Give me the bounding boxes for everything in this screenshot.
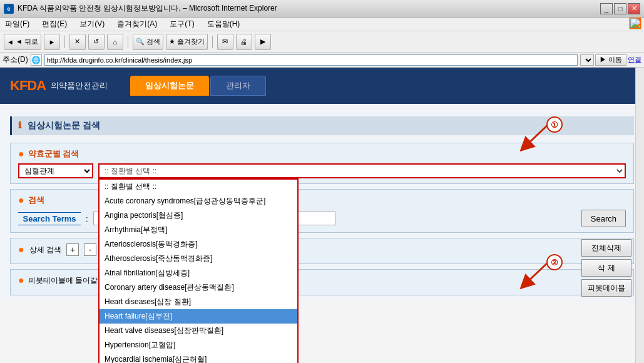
browser-content: KFDA 의약품안전관리 임상시험논문 관리자 ℹ 임상시험논문 검색 ● 약효… (0, 68, 644, 363)
address-label: 주소(D) (3, 54, 28, 65)
dd-item-7[interactable]: Coronary artery disease[관상동맥질환] (100, 280, 297, 295)
annotation-circle-1: ① (546, 116, 563, 133)
menu-tools[interactable]: 도구(T) (167, 18, 197, 31)
mail-button[interactable]: ✉ (217, 34, 233, 50)
content-area: ℹ 임상시험논문 검색 ● 약효군별 검색 심혈관계 :: 질환별 선택 :: (0, 110, 644, 302)
delete-button[interactable]: 삭 제 (581, 259, 631, 277)
forward-arrow-icon: ► (48, 38, 55, 46)
pivot-table-label: 피봇데이블 (588, 283, 625, 294)
bullet-icon-3: ● (18, 244, 24, 255)
media-icon: ▶ (260, 38, 265, 46)
home-button[interactable]: ⌂ (107, 34, 123, 50)
dd-item-3[interactable]: Arrhythmia[부정맥] (100, 223, 297, 237)
bullet-icon-4: ● (18, 275, 24, 286)
delete-all-button[interactable]: 전체삭제 (581, 239, 631, 257)
favorites-label: 즐겨찾기 (177, 37, 205, 46)
disease-dropdown[interactable]: :: 질환별 선택 :: Acute coronary syndromes[급성… (98, 178, 299, 363)
delete-all-label: 전체삭제 (591, 243, 621, 253)
toolbar: ◄ ◄ 뒤로 ► ✕ ↺ ⌂ 🔍 검색 ★ 즐겨찾기 ✉ 🖨 ▶ (0, 31, 644, 53)
windows-logo-icon (629, 17, 641, 29)
refresh-button[interactable]: ↺ (88, 34, 105, 50)
dd-item-4[interactable]: Arteriosclerosis[동맥경화증] (100, 237, 297, 252)
stop-icon: ✕ (74, 38, 80, 46)
advanced-label: 상세 검색 (29, 245, 61, 255)
bullet-icon-1: ● (18, 148, 24, 160)
menu-help[interactable]: 도움말(H) (205, 18, 243, 31)
back-arrow-icon: ◄ (7, 38, 14, 46)
menu-favorites[interactable]: 즐겨찾기(A) (115, 18, 160, 31)
pivot-label: 피봇테이블에 들어갈 컨 (28, 275, 108, 286)
search-tool-label: 검색 (146, 37, 160, 46)
search-section-title: 검색 (28, 195, 44, 206)
kfda-header: KFDA 의약품안전관리 임상시험논문 관리자 (0, 68, 644, 104)
forward-button[interactable]: ► (44, 34, 60, 50)
drug-select-row: 심혈관계 :: 질환별 선택 :: :: 질환별 선택 :: Acute cor… (18, 163, 626, 178)
search-colon: : (86, 214, 88, 223)
window-controls[interactable]: _ □ ✕ (600, 3, 640, 14)
kfda-tabs: 임상시험논문 관리자 (130, 76, 266, 96)
remove-condition-button[interactable]: - (84, 243, 96, 256)
back-label: ◄ 뒤로 (16, 37, 38, 46)
page-icon: 🌐 (31, 54, 42, 66)
dd-item-11[interactable]: Hypertension[고혈압] (100, 338, 297, 352)
disease-select[interactable]: :: 질환별 선택 :: (98, 163, 626, 178)
page-title-text: 임상시험논문 검색 (28, 120, 100, 130)
title-bar: e KFDA 식품의약품 안전청 임상시험정보방입니다. – Microsoft… (0, 0, 644, 18)
maximize-button[interactable]: □ (614, 3, 626, 14)
dd-item-9-selected[interactable]: Heart failure[심부전] (100, 309, 297, 324)
scrollbar[interactable] (635, 68, 644, 363)
address-bar: 주소(D) 🌐 ▶ 이동 연결 (0, 53, 644, 68)
menu-edit[interactable]: 편집(E) (39, 18, 69, 31)
search-terms-label: Search Terms (18, 212, 81, 225)
action-buttons: 전체삭제 삭 제 피봇데이블 (581, 239, 631, 297)
dd-item-12[interactable]: Myocardial ischemia[심근허혈] (100, 352, 297, 363)
toolbar-separator-2 (128, 36, 128, 48)
window-title: KFDA 식품의약품 안전청 임상시험정보방입니다. – Microsoft I… (18, 3, 277, 14)
address-input[interactable] (44, 54, 578, 66)
add-condition-button[interactable]: + (66, 243, 79, 256)
dd-item-placeholder[interactable]: :: 질환별 선택 :: (100, 180, 297, 194)
print-button[interactable]: 🖨 (236, 34, 252, 50)
dd-item-10[interactable]: Heart valve diseases[심장판막질환] (100, 324, 297, 338)
tab-clinical-papers[interactable]: 임상시험논문 (130, 76, 209, 96)
search-tool-button[interactable]: 🔍 검색 (133, 34, 163, 50)
app-icon: e (4, 4, 14, 14)
star-icon: ★ (169, 38, 175, 46)
tab-admin[interactable]: 관리자 (210, 76, 266, 96)
title-bullet-icon: ℹ (18, 120, 21, 130)
dd-item-5[interactable]: Atherosclerosis[죽상동맥경화증] (100, 252, 297, 266)
search-tool-icon: 🔍 (136, 38, 145, 46)
minimize-button[interactable]: _ (600, 3, 613, 14)
go-arrow-icon: ▶ (600, 56, 606, 63)
media-button[interactable]: ▶ (255, 34, 271, 50)
address-dropdown[interactable] (580, 54, 594, 66)
back-button[interactable]: ◄ ◄ 뒤로 (4, 34, 41, 50)
delete-label: 삭 제 (598, 263, 615, 274)
search-button[interactable]: Search (581, 210, 626, 227)
tab-admin-label: 관리자 (226, 80, 250, 91)
mail-icon: ✉ (222, 38, 228, 46)
home-icon: ⌂ (113, 38, 118, 46)
drug-category-select[interactable]: 심혈관계 (18, 163, 93, 178)
links-label[interactable]: 연결 (628, 55, 641, 64)
annotation-2: ② (513, 254, 563, 294)
annotation-1: ① (513, 116, 563, 156)
go-button[interactable]: ▶ 이동 (595, 54, 626, 66)
menu-file[interactable]: 파일(F) (3, 18, 32, 31)
dd-item-8[interactable]: Heart diseases[심장 질환] (100, 295, 297, 309)
toolbar-separator-1 (64, 36, 65, 48)
pivot-table-button[interactable]: 피봇데이블 (581, 279, 631, 297)
dd-item-1[interactable]: Acute coronary syndromes[급성관상동맥증후군] (100, 194, 297, 208)
close-button[interactable]: ✕ (628, 3, 640, 14)
toolbar-separator-3 (212, 36, 213, 48)
dd-item-6[interactable]: Atrial fibrillation[심방세증] (100, 266, 297, 280)
go-label: 이동 (608, 56, 622, 63)
refresh-icon: ↺ (93, 38, 99, 46)
favorites-tool-button[interactable]: ★ 즐겨찾기 (166, 34, 208, 50)
dd-item-2[interactable]: Angina pectoris[협심증] (100, 208, 297, 223)
kfda-logo: KFDA (10, 78, 46, 94)
stop-button[interactable]: ✕ (69, 34, 86, 50)
tab-clinical-label: 임상시험논문 (145, 80, 194, 91)
header-spacer (0, 104, 644, 110)
menu-view[interactable]: 보기(V) (77, 18, 107, 31)
